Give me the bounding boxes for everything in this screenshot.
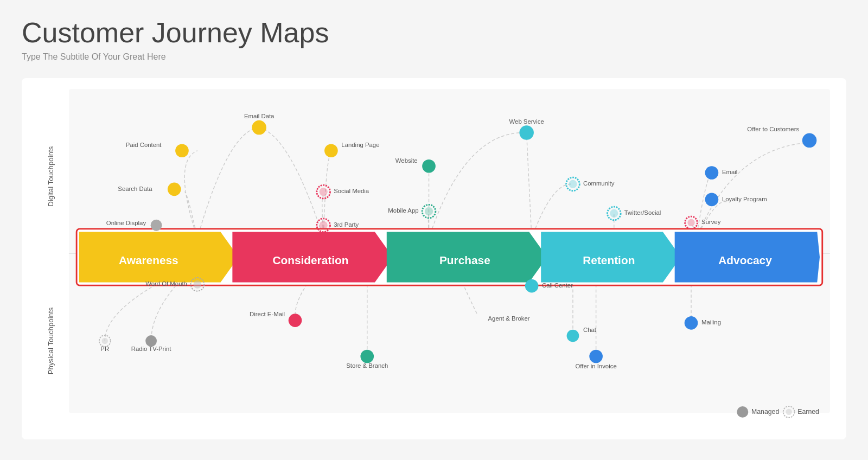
emaildata-dot [252, 120, 266, 135]
pr-dot-inner [102, 338, 108, 344]
offertocustomers-dot [802, 133, 817, 148]
legend-managed-label: Managed [751, 408, 779, 416]
email-text: Email [722, 169, 737, 175]
legend-earned-label: Earned [797, 408, 819, 416]
mailing-text: Mailing [701, 319, 721, 325]
purchase-label: Purchase [439, 254, 490, 266]
offerininvoice-dot [589, 350, 603, 363]
awareness-label: Awareness [119, 254, 178, 266]
legend-earned-dot-inner [786, 409, 792, 415]
radiotvprint-dot [145, 335, 157, 347]
offerininvoice-text: Offer in Invoice [576, 363, 617, 369]
consideration-label: Consideration [272, 254, 348, 266]
legend-managed-dot [737, 406, 748, 418]
onlinedisplay-text: Online Display [106, 220, 146, 226]
pr-text: PR [100, 346, 109, 352]
landingpage-text: Landing Page [341, 142, 379, 148]
agentbroker-text: Agent & Broker [488, 315, 530, 322]
webservice-dot [519, 125, 534, 140]
community-text: Community [583, 180, 615, 187]
directemail-dot [289, 314, 302, 327]
searchdata-dot [168, 183, 181, 196]
callcenter-dot [525, 279, 539, 293]
twittersocial-dot-inner [610, 209, 618, 218]
paidcontent-dot [175, 144, 189, 157]
mobileapp-text: Mobile App [388, 207, 418, 214]
socialmedia-dot-inner [320, 188, 328, 196]
community-dot-inner [569, 180, 577, 188]
diagram-container: Digital Touchpoints Physical Touchpoints [22, 78, 846, 439]
loyalty-text: Loyalty Program [722, 196, 767, 202]
wordofmouth-text: Word Of Mouth [145, 280, 187, 287]
page-title: Customer Journey Maps [22, 16, 846, 49]
retention-label: Retention [583, 254, 635, 266]
searchdata-text: Search Data [118, 186, 152, 192]
loyalty-dot [705, 193, 719, 207]
paidcontent-text: Paid Content [126, 142, 162, 148]
chat-text: Chat [583, 327, 597, 333]
thirdparty-dot-inner [320, 221, 328, 229]
offertocustomers-text: Offer to Customers [747, 126, 799, 132]
thirdparty-text: 3rd Party [334, 221, 359, 228]
directemail-text: Direct E-Mail [250, 311, 285, 317]
survey-text: Survey [701, 219, 721, 225]
email-dot [705, 166, 719, 180]
page-subtitle: Type The Subtitle Of Your Great Here [22, 52, 846, 62]
storebranch-text: Store & Branch [346, 362, 388, 369]
website-text: Website [395, 157, 418, 164]
callcenter-text: Call Center [542, 282, 573, 289]
mailing-dot [685, 316, 698, 330]
onlinedisplay-dot [151, 220, 162, 231]
survey-dot-inner [687, 219, 694, 226]
wordofmouth-dot-inner [193, 280, 201, 289]
webservice-text: Web Service [509, 118, 544, 125]
physical-touchpoints-label: Physical Touchpoints [47, 307, 55, 374]
storebranch-dot [360, 350, 374, 363]
twittersocial-text: Twitter/Social [624, 209, 661, 216]
mobileapp-dot-inner [425, 207, 433, 215]
chat-dot [567, 330, 579, 342]
diagram-svg: Digital Touchpoints Physical Touchpoints [38, 89, 830, 423]
landingpage-dot [324, 144, 338, 157]
advocacy-label: Advocacy [718, 254, 772, 266]
website-dot [422, 159, 436, 173]
agentbroker-dot [477, 320, 479, 322]
socialmedia-text: Social Media [334, 188, 369, 194]
digital-touchpoints-label: Digital Touchpoints [47, 146, 55, 206]
emaildata-text: Email Data [244, 113, 275, 119]
radiotvprint-text: Radio TV-Print [131, 346, 172, 352]
